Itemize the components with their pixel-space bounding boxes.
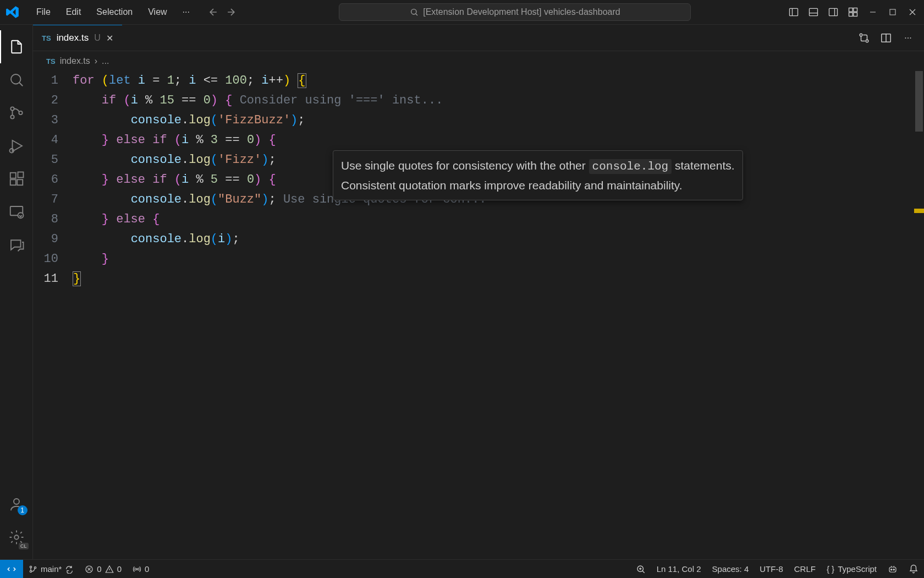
editor-scrollbar[interactable]: [914, 71, 924, 412]
code-content: console.log(i);: [73, 230, 240, 249]
svg-point-22: [860, 34, 862, 36]
antenna-icon: [133, 565, 141, 574]
menu-selection[interactable]: Selection: [90, 4, 139, 20]
svg-point-23: [866, 40, 868, 42]
activity-run-debug-icon[interactable]: [0, 129, 33, 162]
svg-point-27: [34, 566, 36, 568]
svg-point-10: [10, 107, 14, 110]
compare-changes-icon[interactable]: [858, 32, 870, 44]
line-number: 1: [33, 71, 73, 91]
status-cursor[interactable]: Ln 11, Col 2: [651, 564, 707, 574]
activity-source-control-icon[interactable]: [0, 96, 33, 129]
svg-point-33: [893, 569, 894, 570]
svg-rect-1: [789, 8, 798, 15]
menu-bar: File Edit Selection View ···: [30, 4, 196, 20]
tab-git-status: U: [94, 33, 101, 43]
split-editor-icon[interactable]: [880, 32, 892, 44]
sync-icon: [65, 565, 74, 574]
code-line[interactable]: 10 }: [33, 249, 924, 269]
code-line[interactable]: 1for (let i = 1; i <= 100; i++) {: [33, 71, 924, 91]
svg-rect-31: [889, 567, 896, 572]
activity-accounts-icon[interactable]: 1: [0, 488, 33, 521]
tab-index-ts[interactable]: TS index.ts U ✕: [33, 25, 122, 51]
line-number: 11: [33, 269, 73, 289]
status-language[interactable]: { } TypeScript: [821, 564, 882, 574]
title-bar: File Edit Selection View ··· [Extension …: [0, 0, 924, 25]
status-copilot-icon[interactable]: [882, 564, 903, 574]
svg-point-32: [891, 569, 892, 570]
tab-filename: index.ts: [57, 32, 89, 43]
svg-point-11: [10, 115, 14, 118]
svg-rect-4: [849, 8, 853, 12]
menu-edit[interactable]: Edit: [59, 4, 88, 20]
svg-rect-17: [18, 172, 23, 178]
svg-rect-14: [10, 173, 15, 178]
svg-rect-15: [10, 179, 15, 185]
svg-point-29: [136, 568, 138, 570]
hover-line-2: Consistent quotation marks improve reada…: [341, 176, 735, 195]
activity-comments-icon[interactable]: [0, 228, 33, 261]
svg-point-20: [14, 499, 19, 504]
layout-bottom-icon[interactable]: [807, 6, 820, 18]
hover-line-1: Use single quotes for consistency with t…: [341, 156, 735, 176]
layout-customize-icon[interactable]: [847, 6, 859, 18]
vscode-logo-icon: [6, 5, 20, 19]
svg-point-26: [30, 570, 31, 572]
code-content: for (let i = 1; i <= 100; i++) {: [73, 71, 306, 91]
code-line[interactable]: 11}: [33, 269, 924, 289]
svg-point-9: [11, 74, 21, 84]
remote-indicator-icon[interactable]: [0, 560, 23, 579]
svg-rect-5: [854, 8, 857, 12]
error-icon: [85, 565, 94, 574]
code-line[interactable]: 9 console.log(i);: [33, 230, 924, 249]
activity-extensions-icon[interactable]: [0, 162, 33, 195]
code-line[interactable]: 4 } else if (i % 3 == 0) {: [33, 130, 924, 150]
more-actions-icon[interactable]: ···: [902, 32, 914, 44]
status-ports[interactable]: 0: [127, 560, 155, 578]
typescript-file-icon: TS: [46, 57, 56, 66]
code-content: }: [73, 249, 109, 269]
code-line[interactable]: 2 if (i % 15 == 0) { Consider using '===…: [33, 91, 924, 111]
nav-forward-icon[interactable]: [225, 6, 237, 18]
status-zoom-icon[interactable]: [630, 564, 651, 574]
menu-view[interactable]: View: [141, 4, 173, 20]
menu-file[interactable]: File: [30, 4, 57, 20]
svg-rect-16: [17, 179, 23, 185]
line-number: 2: [33, 91, 73, 111]
line-number: 8: [33, 210, 73, 230]
tab-close-icon[interactable]: ✕: [106, 33, 113, 43]
svg-rect-2: [809, 8, 817, 15]
code-editor[interactable]: 1for (let i = 1; i <= 100; i++) {2 if (i…: [33, 71, 924, 559]
line-number: 5: [33, 150, 73, 170]
activity-explorer-icon[interactable]: [0, 30, 33, 63]
status-indentation[interactable]: Spaces: 4: [707, 564, 755, 574]
layout-right-icon[interactable]: [827, 6, 839, 18]
code-line[interactable]: 8 } else {: [33, 210, 924, 230]
breadcrumb-separator: ›: [95, 56, 97, 66]
scroll-marker-warning: [914, 209, 924, 213]
warning-icon: [105, 565, 114, 574]
activity-remote-explorer-icon[interactable]: [0, 195, 33, 228]
status-notifications-icon[interactable]: [903, 564, 924, 574]
breadcrumb[interactable]: TS index.ts › ...: [33, 51, 924, 71]
window-maximize-icon[interactable]: [887, 6, 899, 18]
code-content: console.log('Fizz');: [73, 150, 276, 170]
window-close-icon[interactable]: [906, 6, 919, 18]
status-problems[interactable]: 0 0: [79, 560, 127, 578]
window-minimize-icon[interactable]: [867, 6, 879, 18]
layout-left-icon[interactable]: [788, 6, 800, 18]
status-encoding[interactable]: UTF-8: [754, 564, 789, 574]
nav-back-icon[interactable]: [207, 6, 219, 18]
command-center[interactable]: [Extension Development Host] vehicles-da…: [339, 3, 691, 21]
code-line[interactable]: 3 console.log('FizzBuzz');: [33, 111, 924, 130]
activity-search-icon[interactable]: [0, 63, 33, 96]
svg-rect-3: [829, 8, 837, 15]
status-bar: main* 0 0 0 Ln 11, Col 2 Spaces: 4 UTF-8…: [0, 559, 924, 578]
command-center-text: [Extension Development Host] vehicles-da…: [423, 7, 620, 17]
scrollbar-thumb[interactable]: [915, 71, 923, 132]
status-branch[interactable]: main*: [23, 560, 79, 578]
activity-settings-icon[interactable]: CL: [0, 521, 33, 554]
menu-more-icon[interactable]: ···: [176, 4, 196, 20]
status-eol[interactable]: CRLF: [789, 564, 821, 574]
svg-point-0: [411, 9, 416, 14]
